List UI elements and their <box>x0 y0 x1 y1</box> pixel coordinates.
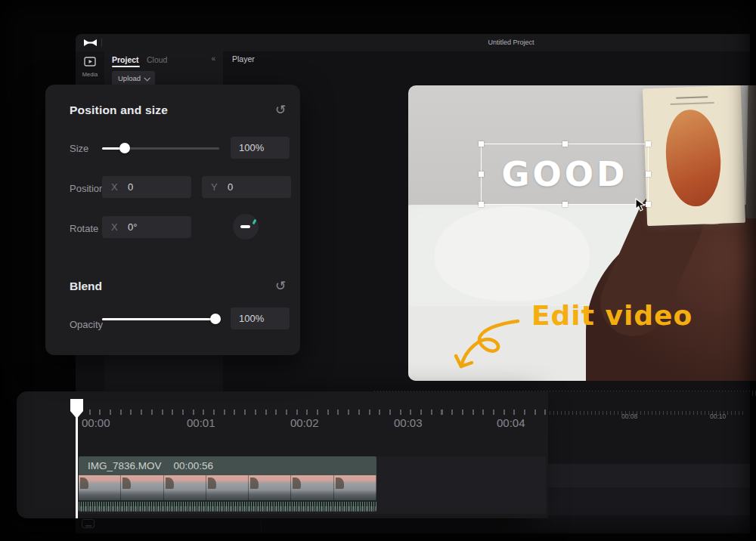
ruler-label: 00:10 <box>710 413 726 420</box>
ruler-label: 00:00 <box>82 416 110 429</box>
tab-project[interactable]: Project <box>112 55 139 64</box>
ruler-label: 00:03 <box>394 416 423 429</box>
text-overlay-selection[interactable]: GOOD <box>481 144 649 205</box>
y-prefix: Y <box>211 181 228 193</box>
tab-project-label: Project <box>112 55 139 64</box>
cover-button[interactable] <box>82 519 94 528</box>
opacity-value: 100% <box>239 313 264 324</box>
clip-thumbnail <box>334 475 376 500</box>
mouse-cursor-icon <box>635 198 647 212</box>
x-value: 0 <box>128 181 133 193</box>
rotate-prefix: X <box>111 221 128 233</box>
size-value-field[interactable]: 100% <box>231 137 290 159</box>
book-left-shape <box>643 85 745 226</box>
sidebar-item-media[interactable]: Media <box>76 56 104 78</box>
rotate-dial[interactable] <box>233 214 259 240</box>
ruler-label: 00:04 <box>497 416 525 429</box>
size-value: 100% <box>239 142 264 153</box>
size-label: Size <box>70 143 88 154</box>
rotate-value: 0° <box>128 221 137 233</box>
opacity-value-field[interactable]: 100% <box>231 308 290 329</box>
tab-active-underline <box>112 66 140 67</box>
clip-header: IMG_7836.MOV 00:00:56 <box>79 456 376 475</box>
selection-handle[interactable] <box>479 172 484 177</box>
cover-icon <box>85 525 91 527</box>
slider-thumb[interactable] <box>119 143 130 153</box>
position-x-field[interactable]: X 0 <box>102 176 191 198</box>
rotate-label: Rotate <box>70 223 98 234</box>
playhead[interactable] <box>70 399 83 518</box>
clip-thumbnail <box>206 475 249 500</box>
reset-blend-button[interactable]: ↺ <box>273 278 288 293</box>
window-title: Untitled Project <box>435 39 587 46</box>
book-right-shape <box>745 85 756 220</box>
background-track <box>548 487 750 515</box>
position-label: Position <box>70 183 104 194</box>
clip-name: IMG_7836.MOV <box>88 460 162 471</box>
blend-title: Blend <box>70 280 102 293</box>
chevron-down-icon <box>144 75 150 81</box>
text-overlay-good[interactable]: GOOD <box>482 144 648 204</box>
rotate-field[interactable]: X 0° <box>102 216 191 238</box>
upload-button-label: Upload <box>118 74 141 82</box>
reset-position-button[interactable]: ↺ <box>273 102 288 117</box>
annotation-edit-video: Edit video <box>531 300 692 331</box>
selection-handle[interactable] <box>562 141 568 147</box>
clip-waveform <box>79 500 376 512</box>
screenshot-frame: Untitled Project Media Project Cloud « <box>0 0 756 541</box>
slider-thumb[interactable] <box>210 314 221 324</box>
selection-handle[interactable] <box>646 172 651 177</box>
clip-thumbnail <box>291 475 333 500</box>
clip-thumbnail <box>249 475 291 500</box>
upload-button[interactable]: Upload <box>112 71 155 85</box>
collapse-panel-button[interactable]: « <box>211 54 215 63</box>
inspector-title: Position and size <box>70 104 168 117</box>
titlebar: Untitled Project <box>76 34 750 51</box>
tab-cloud-label: Cloud <box>147 55 167 64</box>
capcut-logo-icon[interactable] <box>84 38 97 48</box>
playhead-head <box>70 399 83 419</box>
clip-thumbnail <box>164 475 206 500</box>
rotate-dial-handle <box>240 225 250 228</box>
media-icon <box>84 57 96 66</box>
size-slider[interactable] <box>102 143 219 153</box>
opacity-slider[interactable] <box>102 314 221 324</box>
background-timeline: 00:08 00:10 <box>548 391 750 515</box>
timeline-ruler[interactable]: 00:00 00:01 00:02 00:03 00:04 <box>17 391 548 434</box>
annotation-arrow-icon <box>448 311 531 380</box>
pillow-shape <box>435 206 590 301</box>
ruler-label: 00:01 <box>187 416 215 429</box>
background-track <box>548 464 750 487</box>
slider-fill <box>102 318 221 320</box>
book-text-line <box>671 102 714 105</box>
clip-thumbnails <box>79 475 376 500</box>
book-text-line <box>676 96 708 98</box>
tab-cloud[interactable]: Cloud <box>147 55 167 64</box>
clip-thumbnail <box>79 475 121 500</box>
selection-handle[interactable] <box>479 202 484 207</box>
opacity-label: Opacity <box>70 319 103 330</box>
x-prefix: X <box>111 181 128 193</box>
ruler-label: 00:02 <box>290 416 319 429</box>
y-value: 0 <box>228 181 233 193</box>
video-clip[interactable]: IMG_7836.MOV 00:00:56 <box>79 456 376 512</box>
selection-handle[interactable] <box>562 202 568 207</box>
timeline-card: 00:00 00:01 00:02 00:03 00:04 IMG_7836.M… <box>17 391 548 518</box>
clip-duration: 00:00:56 <box>174 460 214 471</box>
selection-handle[interactable] <box>479 141 484 147</box>
sidebar-item-label: Media <box>76 71 104 78</box>
selection-handle[interactable] <box>646 141 651 147</box>
position-y-field[interactable]: Y 0 <box>202 176 291 198</box>
ruler-ticks <box>79 410 546 415</box>
titlebar-divider <box>101 39 102 47</box>
player-panel-label: Player <box>232 54 255 63</box>
clip-thumbnail <box>121 475 163 500</box>
ruler-label: 00:08 <box>621 413 637 420</box>
video-preview[interactable]: GOOD Edit video <box>408 85 756 381</box>
book-cover-art <box>665 109 722 207</box>
inspector-panel: Position and size ↺ Size 100% Position X… <box>45 85 300 355</box>
rotate-dial-tick <box>253 219 257 225</box>
